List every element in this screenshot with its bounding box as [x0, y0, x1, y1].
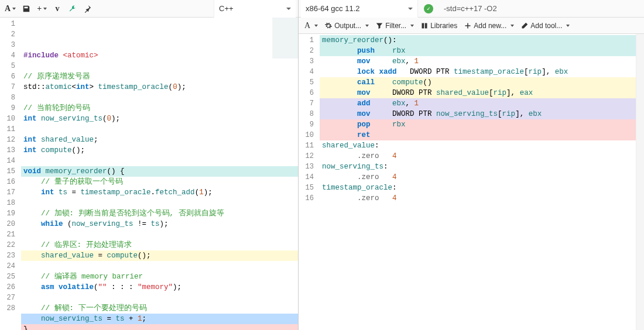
code-line[interactable]: add ebx, 1	[320, 98, 636, 109]
line-number: 12	[0, 135, 15, 145]
add-button[interactable]: +	[35, 2, 49, 16]
line-number: 10	[299, 130, 314, 140]
compiler-select[interactable]: x86-64 gcc 11.2	[301, 0, 418, 18]
pin-button[interactable]	[81, 2, 95, 16]
code-line[interactable]	[21, 92, 298, 103]
code-line[interactable]: push rbx	[320, 46, 636, 56]
line-number: 21	[0, 229, 15, 240]
font-button[interactable]: A	[2, 2, 18, 16]
gear-icon	[325, 22, 332, 29]
vim-button[interactable]: v	[50, 2, 64, 16]
line-number: 9	[299, 119, 314, 130]
code-line[interactable]: int now_serving_ts(0);	[21, 114, 298, 124]
source-pane: A + v C++ 123456789101112131415161718192…	[0, 0, 299, 330]
line-number: 17	[0, 187, 15, 198]
code-line[interactable]: .zero 4	[320, 193, 636, 204]
code-line[interactable]: void memory_reorder() {	[21, 166, 298, 177]
filter-button[interactable]: Filter...	[374, 20, 416, 31]
line-number: 16	[299, 193, 314, 204]
code-line[interactable]: ret	[320, 130, 636, 140]
code-line[interactable]: timestamp_oracle:	[320, 183, 636, 193]
line-number: 16	[0, 177, 15, 187]
code-line[interactable]: memory_reorder():	[320, 35, 636, 46]
code-line[interactable]: .zero 4	[320, 151, 636, 161]
code-line[interactable]: #include <atomic>	[21, 50, 298, 61]
add-tool-button[interactable]: Add tool...	[519, 20, 572, 31]
code-line[interactable]	[21, 293, 298, 303]
code-line[interactable]: // 解锁: 下一个要处理的号码	[21, 303, 298, 314]
code-line[interactable]: asm volatile("" : : : "memory");	[21, 282, 298, 293]
asm-scrollbar[interactable]	[636, 34, 644, 330]
asm-code[interactable]: memory_reorder(): push rbx mov ebx, 1 lo…	[320, 34, 636, 330]
code-line[interactable]	[21, 229, 298, 240]
line-number: 20	[0, 219, 15, 229]
line-number: 7	[299, 98, 314, 109]
source-code[interactable]: #include <atomic>// 原序递增发号器std::atomic<i…	[21, 18, 298, 330]
code-line[interactable]: call compute()	[320, 77, 636, 88]
code-line[interactable]	[21, 61, 298, 71]
code-line[interactable]: std::atomic<int> timestamp_oracle(0);	[21, 82, 298, 92]
code-line[interactable]: shared_value:	[320, 140, 636, 151]
line-number: 4	[299, 67, 314, 77]
code-line[interactable]: pop rbx	[320, 119, 636, 130]
source-gutter: 1234567891011121314151617181920212223242…	[0, 18, 21, 330]
line-number: 26	[0, 282, 15, 293]
line-number: 15	[0, 166, 15, 177]
code-line[interactable]: // 原序递增发号器	[21, 71, 298, 82]
line-number: 6	[299, 88, 314, 98]
code-line[interactable]: // 加锁: 判断当前是否轮到这个号码, 否则就自旋等	[21, 208, 298, 219]
line-number: 10	[0, 114, 15, 124]
code-line[interactable]: mov DWORD PTR now_serving_ts[rip], ebx	[320, 109, 636, 119]
code-line[interactable]: int ts = timestamp_oracle.fetch_add(1);	[21, 187, 298, 198]
save-button[interactable]	[19, 2, 33, 16]
line-number: 9	[0, 103, 15, 114]
code-line[interactable]	[21, 124, 298, 135]
code-line[interactable]: now_serving_ts:	[320, 161, 636, 172]
code-line[interactable]: mov DWORD PTR shared_value[rip], eax	[320, 88, 636, 98]
pencil-icon	[521, 22, 528, 29]
line-number: 25	[0, 271, 15, 282]
output-label: Output...	[334, 22, 361, 30]
libraries-button[interactable]: Libraries	[419, 20, 460, 31]
line-number: 4	[0, 50, 15, 61]
code-line[interactable]: // 临界区: 开始处理请求	[21, 240, 298, 250]
code-line[interactable]: // 当前轮到的号码	[21, 103, 298, 114]
code-line[interactable]: int compute();	[21, 145, 298, 156]
code-line[interactable]	[21, 198, 298, 208]
code-line[interactable]: now_serving_ts = ts + 1;	[21, 314, 298, 324]
line-number: 11	[299, 140, 314, 151]
code-line[interactable]: }	[21, 324, 298, 330]
source-toolbar: A + v C++	[0, 0, 298, 18]
source-editor[interactable]: 1234567891011121314151617181920212223242…	[0, 18, 298, 330]
line-number: 5	[0, 61, 15, 71]
compiler-flags-input[interactable]: -std=c++17 -O2	[439, 2, 642, 15]
line-number: 2	[299, 46, 314, 56]
pin-icon	[84, 5, 92, 13]
asm-gutter: 12345678910111213141516	[299, 34, 320, 330]
wrench-button[interactable]	[66, 2, 80, 16]
asm-editor[interactable]: 12345678910111213141516 memory_reorder()…	[299, 34, 644, 330]
code-line[interactable]	[21, 156, 298, 166]
filter-label: Filter...	[385, 22, 406, 30]
code-line[interactable]: // 量子的获取一个号码	[21, 177, 298, 187]
code-line[interactable]: int shared_value;	[21, 135, 298, 145]
save-icon	[22, 5, 30, 13]
code-line[interactable]	[21, 261, 298, 271]
add-new-label: Add new...	[474, 22, 506, 30]
code-line[interactable]: while (now_serving_ts != ts);	[21, 219, 298, 229]
asm-pane: x86-64 gcc 11.2 ✓ -std=c++17 -O2 A Outpu…	[299, 0, 644, 330]
line-number: 6	[0, 71, 15, 82]
code-line[interactable]: mov ebx, 1	[320, 56, 636, 67]
output-button[interactable]: Output...	[323, 20, 371, 31]
code-line[interactable]: .zero 4	[320, 172, 636, 183]
asm-font-button[interactable]: A	[302, 20, 320, 32]
line-number: 22	[0, 240, 15, 250]
code-line[interactable]: // 编译器 memory barrier	[21, 271, 298, 282]
code-line[interactable]: shared_value = compute();	[21, 250, 298, 261]
language-select[interactable]: C++	[214, 0, 296, 18]
add-new-button[interactable]: Add new...	[462, 20, 516, 31]
line-number: 8	[299, 109, 314, 119]
line-number: 23	[0, 250, 15, 261]
code-line[interactable]: lock xadd DWORD PTR timestamp_oracle[rip…	[320, 67, 636, 77]
line-number: 27	[0, 293, 15, 303]
